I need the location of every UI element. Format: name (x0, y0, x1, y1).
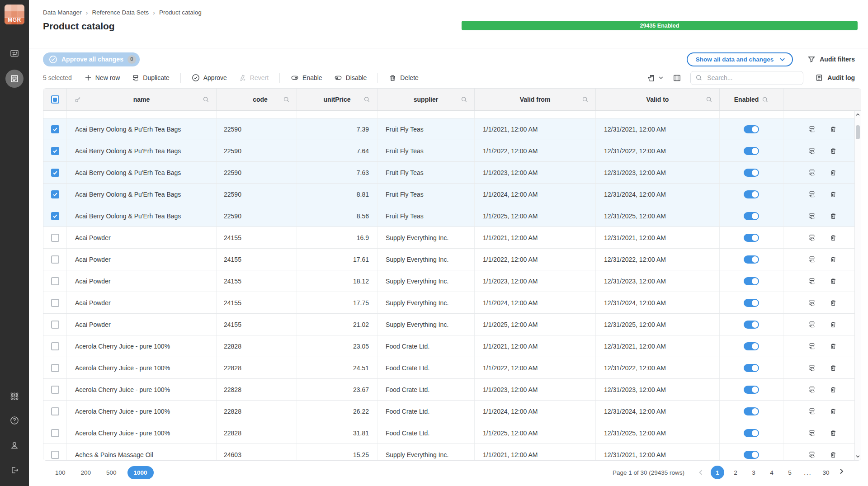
sidebar-item-apps[interactable] (7, 388, 22, 403)
page-size-option-500[interactable]: 500 (102, 466, 121, 479)
row-duplicate-button[interactable] (808, 407, 816, 415)
enabled-toggle[interactable] (744, 169, 759, 177)
sidebar-item-catalog[interactable] (5, 70, 24, 88)
row-checkbox[interactable] (51, 255, 59, 264)
row-duplicate-button[interactable] (808, 277, 816, 285)
enabled-toggle[interactable] (744, 299, 759, 307)
row-duplicate-button[interactable] (808, 190, 816, 198)
row-delete-button[interactable] (830, 126, 837, 133)
row-checkbox[interactable] (51, 169, 59, 177)
breadcrumb-item-reference-data-sets[interactable]: Reference Data Sets (92, 9, 149, 16)
scrollbar-thumb[interactable] (856, 125, 860, 139)
enabled-toggle[interactable] (744, 190, 759, 198)
table-row[interactable]: Acai Berry Oolong & Pu'Erh Tea Bags22590… (43, 140, 861, 162)
enabled-toggle[interactable] (744, 125, 759, 133)
table-row[interactable]: Acai Powder2415517.75Supply Everything I… (43, 292, 861, 314)
table-row[interactable]: Acerola Cherry Juice - pure 100%2282824.… (43, 357, 861, 379)
row-checkbox[interactable] (51, 212, 59, 220)
row-duplicate-button[interactable] (808, 386, 816, 393)
row-duplicate-button[interactable] (808, 364, 816, 372)
enabled-toggle[interactable] (744, 255, 759, 264)
row-duplicate-button[interactable] (808, 299, 816, 307)
page-number-30[interactable]: 30 (819, 466, 833, 479)
row-checkbox[interactable] (51, 451, 59, 459)
audit-log-button[interactable]: Audit log (812, 73, 858, 82)
table-row[interactable]: Acerola Cherry Juice - pure 100%2282826.… (43, 401, 861, 422)
table-row[interactable]: Acai Berry Oolong & Pu'Erh Tea Bags22590… (43, 205, 861, 227)
row-checkbox[interactable] (51, 364, 59, 372)
enabled-toggle[interactable] (744, 407, 759, 415)
enabled-toggle[interactable] (744, 386, 759, 394)
row-checkbox[interactable] (51, 407, 59, 415)
sidebar-item-logout[interactable] (7, 462, 22, 478)
row-duplicate-button[interactable] (808, 429, 816, 437)
column-search-icon[interactable] (203, 96, 209, 103)
scroll-up-icon[interactable] (855, 112, 860, 117)
row-duplicate-button[interactable] (808, 125, 816, 133)
column-search-icon[interactable] (283, 96, 290, 103)
scroll-down-icon[interactable] (855, 454, 860, 459)
header-unit-price[interactable]: unitPrice (297, 89, 377, 110)
column-search-icon[interactable] (706, 96, 712, 103)
audit-filters-button[interactable]: Audit filters (805, 55, 858, 64)
enabled-toggle[interactable] (744, 429, 759, 437)
enabled-toggle[interactable] (744, 342, 759, 350)
breadcrumb-item-product-catalog[interactable]: Product catalog (159, 9, 202, 16)
breadcrumb-item-data-manager[interactable]: Data Manager (43, 9, 82, 16)
row-delete-button[interactable] (830, 408, 837, 415)
delete-button[interactable]: Delete (384, 71, 423, 85)
approve-all-changes-button[interactable]: Approve all changes 0 (43, 52, 140, 66)
row-duplicate-button[interactable] (808, 147, 816, 155)
row-delete-button[interactable] (830, 212, 837, 220)
page-size-option-200[interactable]: 200 (76, 466, 96, 479)
search-input[interactable] (706, 74, 788, 82)
next-page-button[interactable] (837, 469, 848, 476)
enable-button[interactable]: Enable (286, 71, 327, 85)
column-search-icon[interactable] (363, 96, 370, 103)
header-enabled[interactable]: Enabled (720, 89, 783, 110)
show-all-data-dropdown[interactable]: Show all data and changes (687, 52, 793, 66)
table-row[interactable]: Acerola Cherry Juice - pure 100%2282831.… (43, 422, 861, 444)
row-delete-button[interactable] (830, 343, 837, 350)
enabled-toggle[interactable] (744, 147, 759, 155)
row-duplicate-button[interactable] (808, 255, 816, 263)
table-row[interactable]: Acerola Cherry Juice - pure 100%2282823.… (43, 335, 861, 357)
row-checkbox[interactable] (51, 342, 59, 350)
row-checkbox[interactable] (51, 234, 59, 242)
row-delete-button[interactable] (830, 386, 837, 393)
table-row[interactable]: Aches & Pains Massage Oil2460315.25Suppl… (43, 444, 861, 460)
header-name[interactable]: name (67, 89, 217, 110)
header-select-all[interactable] (43, 89, 67, 110)
table-row[interactable]: Acerola Cherry Juice - pure 100%2282823.… (43, 379, 861, 401)
table-row[interactable]: Acai Powder2415518.12Supply Everything I… (43, 270, 861, 292)
approve-button[interactable]: Approve (187, 71, 231, 85)
row-delete-button[interactable] (830, 256, 837, 263)
row-delete-button[interactable] (830, 278, 837, 285)
row-duplicate-button[interactable] (808, 212, 816, 220)
row-duplicate-button[interactable] (808, 342, 816, 350)
page-number-2[interactable]: 2 (729, 466, 742, 479)
duplicate-button[interactable]: Duplicate (127, 71, 174, 85)
table-row[interactable]: Acai Powder2415517.61Supply Everything I… (43, 249, 861, 270)
row-checkbox[interactable] (51, 299, 59, 307)
columns-button[interactable] (673, 74, 681, 82)
table-row[interactable]: Acai Berry Oolong & Pu'Erh Tea Bags22590… (43, 162, 861, 184)
column-search-icon[interactable] (461, 96, 467, 103)
column-search-icon[interactable] (762, 96, 769, 103)
row-duplicate-button[interactable] (808, 451, 816, 458)
sidebar-item-help[interactable] (7, 413, 22, 428)
row-checkbox[interactable] (51, 125, 59, 133)
enabled-toggle[interactable] (744, 364, 759, 372)
sidebar-item-user[interactable] (7, 438, 22, 453)
enabled-toggle[interactable] (744, 321, 759, 329)
row-delete-button[interactable] (830, 429, 837, 437)
column-search-icon[interactable] (582, 96, 589, 103)
row-delete-button[interactable] (830, 299, 837, 307)
new-row-button[interactable]: New row (80, 71, 124, 84)
row-delete-button[interactable] (830, 321, 837, 328)
header-valid-to[interactable]: Valid to (596, 89, 720, 110)
row-checkbox[interactable] (51, 190, 59, 198)
page-number-1[interactable]: 1 (711, 466, 724, 479)
enabled-toggle[interactable] (744, 234, 759, 242)
row-checkbox[interactable] (51, 321, 59, 329)
